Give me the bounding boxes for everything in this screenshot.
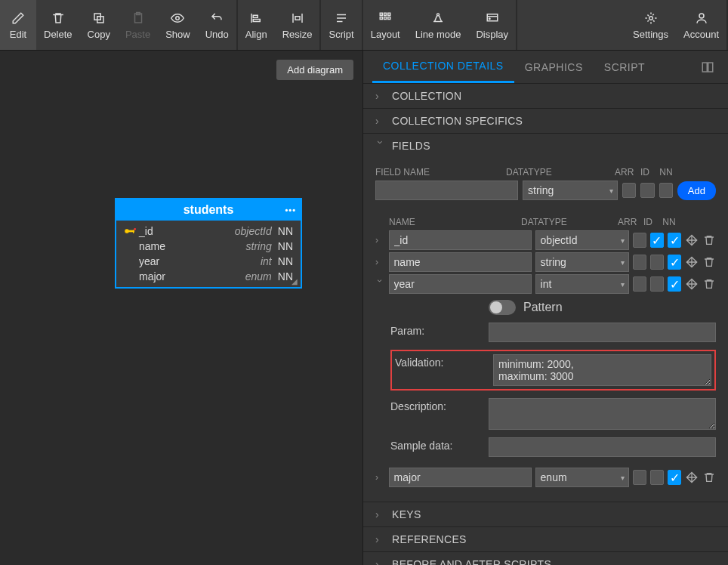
entity-field-row[interactable]: namestringNN <box>116 239 301 254</box>
field-detail-year: PatternParam:Validation:minimum: 2000, m… <box>390 300 716 457</box>
svg-rect-33 <box>702 63 707 72</box>
entity-field-row[interactable]: majorenumNN <box>116 269 301 284</box>
svg-rect-19 <box>388 17 390 19</box>
person-icon <box>694 11 709 26</box>
svg-rect-24 <box>487 14 498 20</box>
field-nn-checkbox[interactable]: ✓ <box>668 470 681 485</box>
section-fields: › FIELDS FIELD NAME DATATYPE ARR ID NN s… <box>363 134 728 502</box>
toolbar: EditDeleteCopyPasteShowUndoAlignResizeSc… <box>0 0 728 51</box>
field-id-checkbox[interactable] <box>650 470 664 485</box>
section-header-keys[interactable]: › KEYS <box>363 502 728 526</box>
svg-rect-15 <box>384 13 387 15</box>
key-icon <box>124 227 139 235</box>
delete-field-icon[interactable] <box>702 255 716 270</box>
add-diagram-button[interactable]: Add diagram <box>276 60 353 80</box>
field-type-select[interactable]: string <box>535 252 629 272</box>
field-nn-checkbox[interactable]: ✓ <box>668 255 681 270</box>
field-name-input[interactable] <box>389 230 532 250</box>
delete-field-icon[interactable] <box>702 470 716 485</box>
field-id-checkbox[interactable] <box>650 255 664 270</box>
validation-input[interactable]: minimum: 2000, maximum: 3000 <box>493 354 711 386</box>
section-header-collection[interactable]: › COLLECTION <box>363 84 728 108</box>
entity-field-row[interactable]: yearintNN <box>116 254 301 269</box>
field-type-select[interactable]: int <box>535 274 629 294</box>
field-nn-checkbox[interactable]: ✓ <box>668 276 681 292</box>
entity-header[interactable]: students ••• <box>116 199 301 221</box>
sample-input[interactable] <box>489 437 716 457</box>
section-collection-specifics: › COLLECTION SPECIFICS <box>363 109 728 134</box>
chevron-right-icon: › <box>375 115 386 127</box>
field-arr-checkbox[interactable] <box>633 276 646 292</box>
delete-button[interactable]: Delete <box>36 0 80 50</box>
new-field-id-checkbox[interactable] <box>640 183 654 198</box>
entity-students[interactable]: students ••• _idobjectIdNNnamestringNNye… <box>115 198 302 289</box>
delete-field-icon[interactable] <box>702 233 716 248</box>
pattern-toggle[interactable] <box>489 300 516 315</box>
field-type-select[interactable]: objectId <box>535 230 629 250</box>
tab-collection-details[interactable]: COLLECTION DETAILS <box>372 51 514 83</box>
svg-point-29 <box>125 229 128 233</box>
chevron-right-icon[interactable]: › <box>375 472 385 483</box>
linemode-button[interactable]: Line mode <box>408 0 469 50</box>
undo-icon <box>209 11 224 26</box>
entity-title: students <box>184 203 234 216</box>
align-button[interactable]: Align <box>238 0 275 50</box>
diagram-canvas[interactable]: Add diagram students ••• _idobjectIdNNna… <box>0 51 362 565</box>
tab-graphics[interactable]: GRAPHICS <box>514 52 594 82</box>
entity-field-row[interactable]: _idobjectIdNN <box>116 224 301 239</box>
svg-point-27 <box>649 16 652 20</box>
tab-script[interactable]: SCRIPT <box>594 52 656 82</box>
resize-button[interactable]: Resize <box>275 0 320 50</box>
move-field-icon[interactable] <box>685 276 699 292</box>
field-name-input[interactable] <box>389 274 532 294</box>
move-field-icon[interactable] <box>685 255 699 270</box>
field-arr-checkbox[interactable] <box>633 255 646 270</box>
new-field-arr-checkbox[interactable] <box>622 183 636 198</box>
chevron-right-icon[interactable]: › <box>375 235 385 245</box>
chevron-right-icon[interactable]: › <box>375 257 385 267</box>
field-list-header: NAME DATATYPE ARR ID NN <box>375 214 716 230</box>
add-field-button[interactable]: Add <box>677 181 716 200</box>
panel-tabs: COLLECTION DETAILSGRAPHICSSCRIPT <box>363 51 728 84</box>
layout-button[interactable]: Layout <box>363 0 408 50</box>
move-field-icon[interactable] <box>685 470 699 485</box>
layout-icon <box>378 11 393 26</box>
new-field-type-select[interactable]: string <box>523 181 618 200</box>
edit-button[interactable]: Edit <box>0 0 36 50</box>
section-header-before-after[interactable]: › BEFORE AND AFTER SCRIPTS <box>363 552 728 565</box>
validation-highlight: Validation:minimum: 2000, maximum: 3000 <box>390 350 716 391</box>
section-header-fields[interactable]: › FIELDS <box>363 134 728 158</box>
script-button[interactable]: Script <box>321 0 361 50</box>
section-header-collection-specifics[interactable]: › COLLECTION SPECIFICS <box>363 109 728 133</box>
field-name-input[interactable] <box>389 468 532 487</box>
settings-button[interactable]: Settings <box>625 0 676 50</box>
move-field-icon[interactable] <box>685 233 699 248</box>
undo-button[interactable]: Undo <box>198 0 236 50</box>
svg-point-28 <box>699 14 704 18</box>
field-name-input[interactable] <box>389 252 532 272</box>
field-arr-checkbox[interactable] <box>633 470 646 485</box>
param-input[interactable] <box>489 323 716 342</box>
align-icon <box>248 11 264 26</box>
field-type-select[interactable]: enum <box>535 468 629 487</box>
chevron-down-icon[interactable]: › <box>375 279 385 289</box>
display-button[interactable]: Display <box>468 0 516 50</box>
validation-label: Validation: <box>395 354 493 369</box>
field-id-checkbox[interactable] <box>650 276 664 292</box>
expand-panel-icon[interactable] <box>696 56 719 79</box>
field-arr-checkbox[interactable] <box>633 233 646 248</box>
account-button[interactable]: Account <box>676 0 726 50</box>
entity-menu-icon[interactable]: ••• <box>285 205 296 215</box>
new-field-nn-checkbox[interactable] <box>659 183 673 198</box>
svg-rect-17 <box>380 17 382 19</box>
delete-field-icon[interactable] <box>702 276 716 292</box>
description-input[interactable] <box>489 398 716 430</box>
resize-handle-icon[interactable]: ◢ <box>292 277 298 286</box>
field-id-checkbox[interactable]: ✓ <box>650 233 664 248</box>
field-add-header: FIELD NAME DATATYPE ARR ID NN <box>375 164 716 181</box>
copy-button[interactable]: Copy <box>80 0 118 50</box>
section-header-references[interactable]: › REFERENCES <box>363 527 728 551</box>
show-button[interactable]: Show <box>158 0 198 50</box>
field-nn-checkbox[interactable]: ✓ <box>668 233 681 248</box>
new-field-name-input[interactable] <box>375 181 518 200</box>
